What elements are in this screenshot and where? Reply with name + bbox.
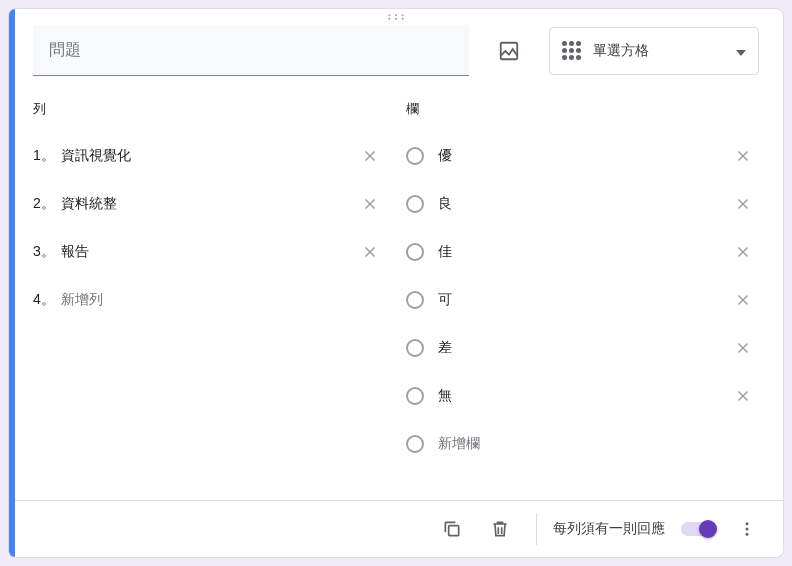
grid-icon bbox=[562, 41, 581, 60]
radio-icon bbox=[406, 435, 424, 453]
remove-column-button[interactable] bbox=[727, 332, 759, 364]
column-item[interactable]: 差 bbox=[406, 328, 759, 368]
drag-handle-icon[interactable] bbox=[9, 9, 783, 25]
remove-column-button[interactable] bbox=[727, 380, 759, 412]
remove-column-button[interactable] bbox=[727, 188, 759, 220]
add-column-label: 新增欄 bbox=[438, 435, 759, 453]
column-item[interactable]: 佳 bbox=[406, 232, 759, 272]
footer-divider bbox=[536, 513, 537, 545]
row-item[interactable]: 3。報告 bbox=[33, 232, 386, 272]
svg-point-4 bbox=[395, 18, 397, 20]
svg-point-9 bbox=[746, 528, 749, 531]
column-item[interactable]: 優 bbox=[406, 136, 759, 176]
remove-row-button[interactable] bbox=[354, 140, 386, 172]
column-label: 無 bbox=[438, 387, 727, 405]
remove-column-button[interactable] bbox=[727, 284, 759, 316]
chevron-down-icon bbox=[736, 42, 746, 60]
row-label: 資料統整 bbox=[61, 195, 354, 213]
grid-config-area: 列 1。資訊視覺化2。資料統整3。報告 4。 新增列 欄 優良佳可差無 新增欄 bbox=[9, 84, 783, 500]
toggle-thumb bbox=[699, 520, 717, 538]
type-select-label: 單選方格 bbox=[593, 42, 724, 60]
header-row: 單選方格 bbox=[9, 25, 783, 84]
row-number: 4。 bbox=[33, 291, 61, 309]
remove-row-button[interactable] bbox=[354, 188, 386, 220]
radio-icon bbox=[406, 339, 424, 357]
question-input[interactable] bbox=[33, 25, 469, 76]
column-label: 差 bbox=[438, 339, 727, 357]
svg-point-10 bbox=[746, 533, 749, 536]
column-label: 佳 bbox=[438, 243, 727, 261]
required-label: 每列須有一則回應 bbox=[553, 520, 665, 538]
question-type-select[interactable]: 單選方格 bbox=[549, 27, 759, 75]
row-item[interactable]: 1。資訊視覺化 bbox=[33, 136, 386, 176]
row-item[interactable]: 2。資料統整 bbox=[33, 184, 386, 224]
required-toggle[interactable] bbox=[681, 522, 715, 536]
image-icon[interactable] bbox=[489, 31, 529, 71]
column-label: 優 bbox=[438, 147, 727, 165]
radio-icon bbox=[406, 195, 424, 213]
column-label: 可 bbox=[438, 291, 727, 309]
cols-header: 欄 bbox=[406, 100, 759, 118]
radio-icon bbox=[406, 147, 424, 165]
radio-icon bbox=[406, 387, 424, 405]
row-number: 1。 bbox=[33, 147, 61, 165]
svg-point-2 bbox=[402, 14, 404, 16]
column-label: 良 bbox=[438, 195, 727, 213]
radio-icon bbox=[406, 291, 424, 309]
more-options-button[interactable] bbox=[727, 509, 767, 549]
row-label: 報告 bbox=[61, 243, 354, 261]
add-row-label: 新增列 bbox=[61, 291, 386, 309]
row-number: 2。 bbox=[33, 195, 61, 213]
svg-rect-7 bbox=[449, 526, 459, 536]
svg-point-5 bbox=[402, 18, 404, 20]
row-label: 資訊視覺化 bbox=[61, 147, 354, 165]
column-item[interactable]: 良 bbox=[406, 184, 759, 224]
row-number: 3。 bbox=[33, 243, 61, 261]
question-card: 單選方格 列 1。資訊視覺化2。資料統整3。報告 4。 新增列 欄 優良佳可差無… bbox=[8, 8, 784, 558]
svg-point-3 bbox=[388, 18, 390, 20]
remove-row-button[interactable] bbox=[354, 236, 386, 268]
card-footer: 每列須有一則回應 bbox=[9, 500, 783, 557]
cols-column: 欄 優良佳可差無 新增欄 bbox=[406, 100, 759, 492]
add-column[interactable]: 新增欄 bbox=[406, 424, 759, 464]
delete-button[interactable] bbox=[480, 509, 520, 549]
accent-bar bbox=[9, 9, 15, 557]
svg-point-1 bbox=[395, 14, 397, 16]
column-item[interactable]: 無 bbox=[406, 376, 759, 416]
rows-header: 列 bbox=[33, 100, 386, 118]
remove-column-button[interactable] bbox=[727, 236, 759, 268]
duplicate-button[interactable] bbox=[432, 509, 472, 549]
add-row[interactable]: 4。 新增列 bbox=[33, 280, 386, 320]
rows-column: 列 1。資訊視覺化2。資料統整3。報告 4。 新增列 bbox=[33, 100, 386, 492]
svg-point-0 bbox=[388, 14, 390, 16]
column-item[interactable]: 可 bbox=[406, 280, 759, 320]
remove-column-button[interactable] bbox=[727, 140, 759, 172]
svg-point-8 bbox=[746, 522, 749, 525]
radio-icon bbox=[406, 243, 424, 261]
